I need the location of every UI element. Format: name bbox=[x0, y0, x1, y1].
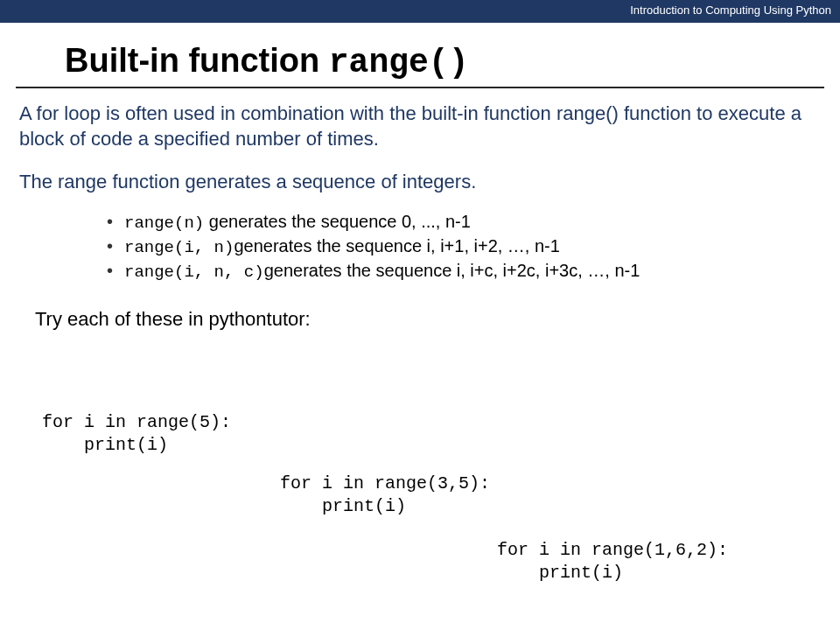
intro-text: A for loop is often used in combination … bbox=[19, 101, 816, 194]
bullet-item: range(i, n, c)generates the sequence i, … bbox=[107, 261, 816, 282]
intro-p2: The range function generates a sequence … bbox=[19, 169, 816, 194]
bullet-rest: generates the sequence 0, ..., n-1 bbox=[204, 212, 471, 231]
bullet-rest: generates the sequence i, i+1, i+2, …, n… bbox=[234, 236, 559, 256]
code-example-2: for i in range(3,5): print(i) bbox=[280, 472, 490, 518]
bullet-rest: generates the sequence i, i+c, i+2c, i+3… bbox=[264, 261, 640, 280]
bullet-item: range(i, n)generates the sequence i, i+1… bbox=[107, 236, 816, 257]
header-bar: Introduction to Computing Using Python bbox=[0, 0, 840, 23]
try-text: Try each of these in pythontutor: bbox=[35, 308, 816, 331]
title-text: Built-in function bbox=[65, 42, 329, 79]
intro-p1: A for loop is often used in combination … bbox=[19, 101, 816, 151]
bullet-list: range(n) generates the sequence 0, ..., … bbox=[107, 212, 816, 282]
bullet-code: range(i, n, c) bbox=[124, 262, 264, 282]
bullet-item: range(n) generates the sequence 0, ..., … bbox=[107, 212, 816, 233]
title-code: range() bbox=[329, 44, 469, 81]
bullet-code: range(i, n) bbox=[124, 238, 234, 257]
course-label: Introduction to Computing Using Python bbox=[630, 4, 831, 17]
content-area: A for loop is often used in combination … bbox=[0, 88, 840, 331]
code-example-1: for i in range(5): print(i) bbox=[42, 411, 231, 457]
code-example-3: for i in range(1,6,2): print(i) bbox=[497, 539, 728, 584]
bullet-code: range(n) bbox=[124, 214, 204, 233]
title-area: Built-in function range() bbox=[0, 23, 840, 87]
slide-title: Built-in function range() bbox=[65, 42, 840, 81]
